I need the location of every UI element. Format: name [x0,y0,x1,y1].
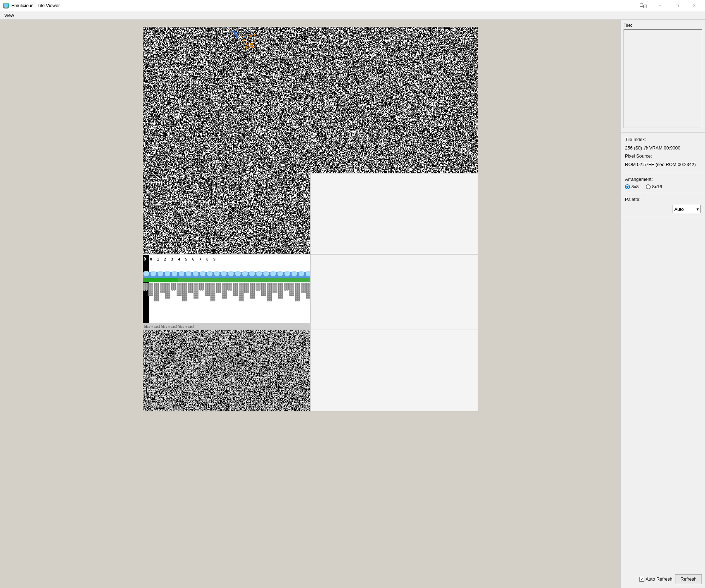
arrangement-8x16-label: 8x16 [652,184,662,189]
arrangement-radio-group: 8x8 8x16 [625,184,701,189]
svg-rect-6 [644,5,647,8]
pixel-source-label: Pixel Source: [625,153,652,159]
pixel-source-value: ROM 02:57FE (see ROM 00:2342) [625,162,696,167]
auto-refresh-checkbox[interactable]: Auto Refresh [639,576,673,582]
tile-index-value: 256 ($0) @ VRAM 00:9000 [625,145,680,151]
palette-value: Auto [674,207,684,212]
tile-canvas-area [0,20,620,588]
arrangement-label: Arrangement: [625,177,701,182]
auto-refresh-label: Auto Refresh [646,576,673,582]
bottom-bar: Auto Refresh Refresh [621,570,705,588]
tile-preview-label: Tile: [624,23,702,28]
svg-rect-4 [4,8,8,8]
palette-dropdown[interactable]: Auto ▾ [673,205,701,213]
auto-refresh-check-box[interactable] [639,577,644,582]
pixel-source-row: Pixel Source: [625,153,701,160]
arrangement-8x8-option[interactable]: 8x8 [625,184,639,189]
menu-view[interactable]: View [1,12,17,19]
arrangement-8x8-radio[interactable] [625,184,630,189]
menu-bar: View [0,11,705,20]
tile-index-row: Tile Index: [625,136,701,143]
palette-select-row: Auto ▾ [625,205,701,213]
tile-index-value-row: 256 ($0) @ VRAM 00:9000 [625,145,701,152]
arrangement-8x16-radio[interactable] [646,184,651,189]
dropdown-arrow-icon: ▾ [697,207,699,212]
svg-rect-2 [3,7,5,8]
svg-rect-1 [4,4,8,7]
app-icon [3,2,9,9]
tile-preview-box [624,29,702,128]
palette-label: Palette: [625,197,701,202]
tile-viewer-canvas[interactable] [143,27,478,520]
dual-screen-icon [635,0,651,11]
tile-info-area: Tile Index: 256 ($0) @ VRAM 00:9000 Pixe… [621,133,705,173]
arrangement-area: Arrangement: 8x8 8x16 [621,173,705,193]
palette-area: Palette: Auto ▾ [621,193,705,217]
pixel-source-value-row: ROM 02:57FE (see ROM 00:2342) [625,161,701,168]
window-title: Emulicious - Tile Viewer [11,3,635,8]
minimize-button[interactable]: − [652,0,668,11]
window-controls: − □ ✕ [635,0,702,11]
right-panel: Tile: Tile Index: 256 ($0) @ VRAM 00:900… [620,20,705,588]
svg-rect-3 [7,7,9,8]
tile-preview-area: Tile: [621,20,705,133]
close-button[interactable]: ✕ [686,0,702,11]
arrangement-8x16-option[interactable]: 8x16 [646,184,662,189]
main-area: Tile: Tile Index: 256 ($0) @ VRAM 00:900… [0,20,705,588]
svg-rect-5 [640,3,643,6]
tile-index-label: Tile Index: [625,137,646,142]
arrangement-8x8-label: 8x8 [631,184,639,189]
title-bar: Emulicious - Tile Viewer − □ ✕ [0,0,705,11]
refresh-button[interactable]: Refresh [675,574,702,584]
maximize-button[interactable]: □ [669,0,685,11]
panel-spacer [621,217,705,570]
